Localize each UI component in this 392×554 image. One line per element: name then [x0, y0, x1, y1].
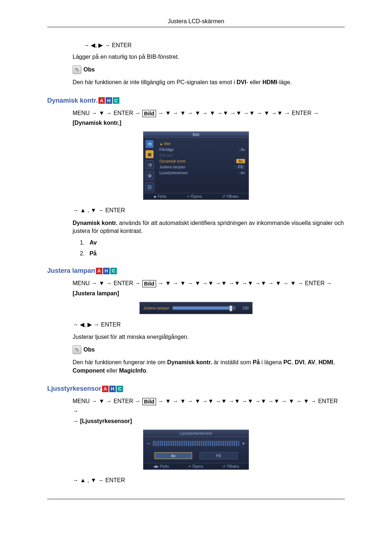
osd-sensor-slider: − + — [143, 437, 249, 450]
slider-track — [172, 306, 236, 310]
note-icon: ✎ — [73, 65, 81, 74]
badge-h-icon: H — [106, 97, 112, 104]
osd-screenshot-bild: Bild ⟲ ▣ ◔ ✿ ▥ ▲ Mer Filmläge: Av BIB-bi… — [143, 131, 249, 200]
list-item: 1. Av — [80, 239, 345, 246]
osd-footer-open: ↵ Öppna — [188, 464, 203, 468]
page: Justera LCD-skärmen → ◀, ▶ → ENTER Lägge… — [0, 0, 392, 524]
osd-title: Bild — [143, 132, 249, 138]
description-text: Dynamisk kontr. används för att automati… — [73, 219, 345, 235]
slider-label: Justera lampan — [143, 306, 170, 310]
list-item: 2. På — [80, 250, 345, 257]
slider-knob — [229, 305, 232, 311]
note-text: Den här funktionen fungerar inte om Dyna… — [73, 358, 345, 375]
badge-c-icon: C — [117, 386, 123, 392]
badge-h-icon: H — [109, 386, 116, 392]
osd-icon-multi: ▥ — [145, 182, 154, 191]
osd-footer: ◆ Flytta ↵ Öppna ↺ Tillbaka — [143, 193, 249, 200]
osd-screenshot-sensor: Ljusstyrkesensor − + Av På ◀▶ Flytta ↵ Ö… — [143, 430, 249, 470]
footer-rule — [47, 499, 345, 499]
nav-sequence: → ▲ , ▼ → ENTER — [73, 206, 345, 214]
section-heading-lampan: Justera lampan A H C — [47, 267, 345, 275]
page-title: Justera LCD-skärmen — [47, 18, 345, 27]
osd-button-pa: På — [200, 452, 238, 459]
osd-footer-move: ◀▶ Flytta — [153, 464, 169, 468]
osd-footer-open: ↵ Öppna — [187, 194, 202, 198]
bild-tag: Bild — [142, 110, 156, 117]
note-icon: ✎ — [73, 345, 81, 354]
note-text: Den här funktionen är inte tillgänglig o… — [73, 78, 345, 86]
badge-c-icon: C — [110, 268, 117, 274]
osd-more: ▲ Mer — [159, 141, 246, 147]
badge-a-icon: A — [102, 386, 109, 392]
osd-row: Ljusstyrkesensor: Av — [159, 170, 246, 176]
osd-footer-back: ↺ Tillbaka — [222, 194, 238, 198]
osd-row: BIB-bild — [159, 152, 246, 158]
description-text: Lägger på en naturlig ton på BIB-fönstre… — [73, 53, 345, 61]
nav-sequence: → ◀, ▶ → ENTER — [83, 42, 345, 49]
note-row: ✎ Obs — [73, 65, 345, 74]
osd-row: Justera lampan: På — [159, 164, 246, 170]
menu-path-lampan: MENU → ▼ → ENTER → Bild → ▼ → ▼ → ▼ →▼ →… — [73, 278, 345, 298]
nav-sequence: → ▲ , ▼ → ENTER — [73, 476, 345, 484]
menu-path-sensor: MENU → ▼ → ENTER → Bild → ▼ → ▼ → ▼ →▼ →… — [73, 396, 345, 426]
osd-row: Filmläge: Av — [159, 147, 246, 152]
description-text: Justerar ljuset för att minska energiåtg… — [73, 333, 345, 341]
badge-a-icon: A — [96, 268, 102, 274]
minus-icon: − — [147, 440, 150, 446]
slider-bar — [153, 441, 239, 446]
section-heading-sensor: Ljusstyrkesensor A H C — [47, 385, 345, 393]
osd-icon-picture: ⟲ — [146, 140, 154, 148]
badge-a-icon: A — [98, 97, 105, 104]
osd-footer-move: ◆ Flytta — [154, 194, 166, 198]
bild-tag: Bild — [142, 280, 156, 287]
note-label: Obs — [83, 346, 95, 353]
bild-tag: Bild — [142, 398, 156, 405]
osd-icon-column: ⟲ ▣ ◔ ✿ ▥ — [143, 138, 156, 193]
slider-value: 100 — [238, 306, 249, 310]
osd-icon-input: ▣ — [146, 150, 154, 158]
badge-c-icon: C — [113, 97, 119, 104]
osd-icon-setup: ✿ — [145, 171, 154, 180]
note-label: Obs — [83, 66, 95, 73]
plus-icon: + — [242, 440, 245, 446]
osd-footer: ◀▶ Flytta ↵ Öppna ↺ Tillbaka — [143, 463, 249, 469]
osd-slider-lampan: Justera lampan 100 — [139, 302, 253, 314]
osd-row-selected: Dynamisk kontr.: Av — [159, 158, 246, 164]
badge-h-icon: H — [103, 268, 110, 274]
osd-menu-list: ▲ Mer Filmläge: Av BIB-bild Dynamisk kon… — [156, 138, 249, 193]
menu-path-dynamisk: MENU → ▼ → ENTER → Bild → ▼ → ▼ → ▼ → ▼ … — [73, 108, 345, 128]
osd-footer-back: ↺ Tillbaka — [222, 464, 239, 468]
ordered-list: 1. Av 2. På — [80, 239, 345, 257]
osd-button-av: Av — [154, 452, 192, 459]
note-row: ✎ Obs — [73, 345, 345, 354]
osd-icon-clock: ◔ — [145, 160, 154, 169]
osd-buttons-row: Av På — [143, 450, 249, 463]
osd-title: Ljusstyrkesensor — [143, 430, 249, 437]
nav-sequence: → ◀, ▶ → ENTER — [73, 321, 345, 329]
section-heading-dynamisk: Dynamisk kontr. A H C — [47, 97, 345, 104]
